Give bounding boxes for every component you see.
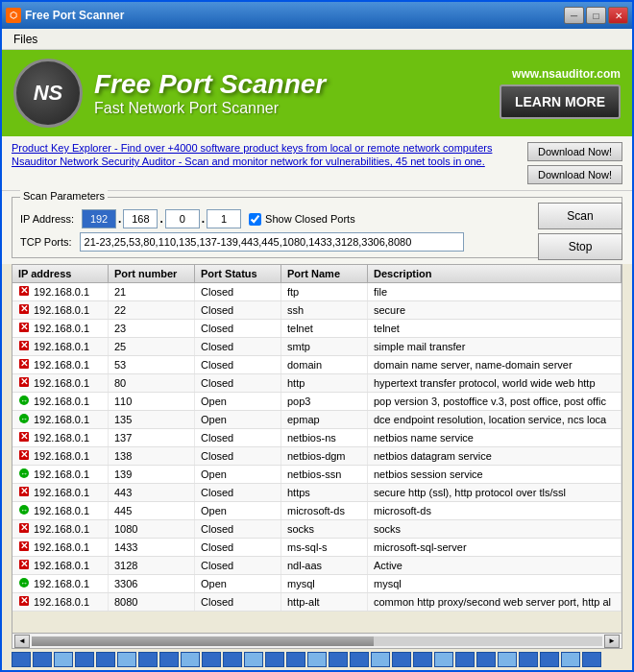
table-row[interactable]: ✕ 192.168.0.1 1080 Closed socks socks — [12, 520, 622, 539]
table-row[interactable]: ↔ 192.168.0.1 110 Open pop3 pop version … — [12, 393, 622, 411]
cell-port: 138 — [109, 447, 195, 465]
open-icon: ↔ — [18, 413, 30, 426]
cell-status: Closed — [195, 374, 281, 392]
cell-ip: ✕ 192.168.0.1 — [12, 557, 109, 574]
table-row[interactable]: ↔ 192.168.0.1 139 Open netbios-ssn netbi… — [12, 466, 622, 484]
cell-status: Closed — [195, 539, 281, 556]
svg-text:↔: ↔ — [20, 415, 28, 423]
svg-text:↔: ↔ — [20, 469, 28, 478]
cell-ip: ✕ 192.168.0.1 — [12, 429, 109, 446]
ip-inputs: . . . — [82, 209, 241, 228]
banner-right: www.nsauditor.com LEARN MORE — [500, 67, 621, 119]
ip-dot-2: . — [159, 212, 162, 226]
download-btn-2[interactable]: Download Now! — [527, 165, 622, 184]
results-table: IP address Port number Port Status Port … — [12, 264, 622, 634]
ip-octet-2[interactable] — [123, 209, 158, 228]
maximize-button[interactable]: □ — [586, 7, 606, 24]
progress-block — [371, 652, 390, 667]
table-row[interactable]: ✕ 192.168.0.1 23 Closed telnet telnet — [12, 320, 622, 338]
scroll-thumb[interactable] — [32, 636, 374, 646]
cell-port: 23 — [109, 320, 195, 337]
scroll-left-button[interactable]: ◄ — [14, 635, 30, 648]
cell-desc: mysql — [368, 575, 622, 592]
cell-port: 1080 — [109, 520, 195, 538]
cell-port: 8080 — [109, 593, 195, 611]
svg-text:↔: ↔ — [20, 506, 28, 515]
banner: NS Free Port Scanner Fast Network Port S… — [2, 50, 632, 136]
cell-port: 445 — [109, 502, 195, 519]
cell-name: microsoft-ds — [281, 502, 368, 519]
cell-port: 135 — [109, 411, 195, 428]
close-button[interactable]: ✕ — [608, 7, 628, 24]
table-row[interactable]: ↔ 192.168.0.1 3306 Open mysql mysql — [12, 575, 622, 593]
table-row[interactable]: ✕ 192.168.0.1 138 Closed netbios-dgm net… — [12, 447, 622, 466]
tcp-ports-input[interactable] — [80, 232, 464, 252]
cell-name: domain — [281, 356, 368, 373]
show-closed-checkbox[interactable] — [249, 213, 261, 226]
progress-block — [582, 652, 601, 667]
cell-desc: socks — [368, 520, 622, 538]
closed-icon: ✕ — [18, 358, 30, 372]
cell-name: netbios-ns — [281, 429, 368, 446]
cell-ip: ✕ 192.168.0.1 — [12, 283, 109, 300]
table-row[interactable]: ✕ 192.168.0.1 21 Closed ftp file — [12, 283, 622, 301]
scroll-right-button[interactable]: ► — [604, 635, 620, 648]
ip-row: IP Address: . . . Show Closed Ports — [20, 209, 614, 228]
cell-ip: ✕ 192.168.0.1 — [12, 374, 109, 392]
links-right: Download Now! Download Now! — [527, 142, 622, 184]
cell-name: http-alt — [281, 593, 368, 611]
table-row[interactable]: ↔ 192.168.0.1 445 Open microsoft-ds micr… — [12, 502, 622, 520]
cell-ip: ✕ 192.168.0.1 — [12, 301, 109, 319]
cell-desc: hypertext transfer protocol, world wide … — [368, 374, 622, 392]
table-row[interactable]: ✕ 192.168.0.1 3128 Closed ndl-aas Active — [12, 557, 622, 575]
table-row[interactable]: ✕ 192.168.0.1 8080 Closed http-alt commo… — [12, 593, 622, 612]
cell-desc: netbios session service — [368, 466, 622, 483]
tcp-label: TCP Ports: — [20, 236, 72, 248]
cell-ip: ✕ 192.168.0.1 — [12, 593, 109, 611]
cell-name: ssh — [281, 301, 368, 319]
closed-icon: ✕ — [18, 595, 30, 609]
cell-status: Closed — [195, 320, 281, 337]
col-status: Port Status — [195, 265, 281, 282]
table-row[interactable]: ✕ 192.168.0.1 1433 Closed ms-sql-s micro… — [12, 539, 622, 557]
table-row[interactable]: ✕ 192.168.0.1 25 Closed smtp simple mail… — [12, 338, 622, 356]
scroll-track[interactable] — [32, 636, 602, 646]
stop-button[interactable]: Stop — [538, 233, 622, 260]
link-product-key[interactable]: Product Key Explorer - Find over +4000 s… — [12, 142, 492, 154]
table-row[interactable]: ✕ 192.168.0.1 53 Closed domain domain na… — [12, 356, 622, 374]
cell-desc: domain name server, name-domain server — [368, 356, 622, 373]
table-row[interactable]: ✕ 192.168.0.1 22 Closed ssh secure — [12, 301, 622, 320]
ip-octet-1[interactable] — [82, 209, 116, 228]
progress-block — [202, 652, 221, 667]
window-title: Free Port Scanner — [25, 9, 124, 22]
table-row[interactable]: ✕ 192.168.0.1 80 Closed http hypertext t… — [12, 374, 622, 393]
cell-status: Closed — [195, 484, 281, 501]
link-nsauditor[interactable]: Nsauditor Network Security Auditor - Sca… — [12, 156, 492, 167]
cell-status: Closed — [195, 301, 281, 319]
minimize-button[interactable]: ─ — [564, 7, 584, 24]
learn-more-button[interactable]: LEARN MORE — [500, 84, 621, 119]
horizontal-scrollbar[interactable]: ◄ ► — [12, 634, 622, 649]
svg-text:↔: ↔ — [20, 396, 28, 405]
ip-octet-3[interactable] — [165, 209, 200, 228]
col-ip: IP address — [12, 265, 109, 282]
download-btn-1[interactable]: Download Now! — [527, 142, 622, 161]
progress-block — [476, 652, 496, 667]
table-row[interactable]: ✕ 192.168.0.1 443 Closed https secure ht… — [12, 484, 622, 502]
closed-icon: ✕ — [18, 540, 30, 554]
ip-octet-4[interactable] — [207, 209, 241, 228]
cell-status: Closed — [195, 429, 281, 446]
table-row[interactable]: ✕ 192.168.0.1 137 Closed netbios-ns netb… — [12, 429, 622, 447]
scan-button[interactable]: Scan — [538, 203, 622, 229]
cell-ip: ↔ 192.168.0.1 — [12, 502, 109, 519]
cell-desc: Active — [368, 557, 622, 574]
svg-text:✕: ✕ — [20, 340, 28, 350]
table-row[interactable]: ↔ 192.168.0.1 135 Open epmap dce endpoin… — [12, 411, 622, 429]
files-menu[interactable]: Files — [6, 31, 45, 48]
cell-port: 80 — [109, 374, 195, 392]
show-closed-label[interactable]: Show Closed Ports — [249, 213, 355, 226]
cell-port: 21 — [109, 283, 195, 300]
cell-name: pop3 — [281, 393, 368, 410]
svg-text:↔: ↔ — [20, 579, 28, 588]
open-icon: ↔ — [18, 395, 30, 408]
